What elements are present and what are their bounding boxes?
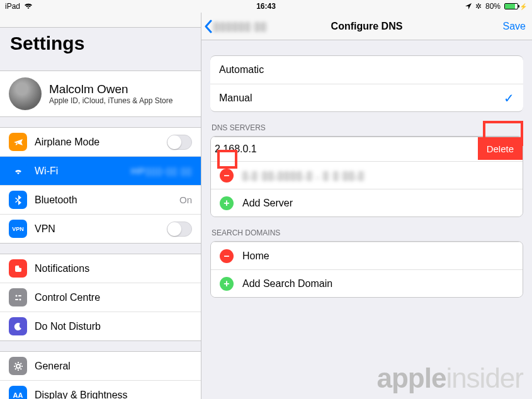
dns-servers-group: 2.168.0.1 Delete – ▯.▯ ▯▯.▯▯▯▯.▯ . ▯ ▯ ▯… [210, 136, 523, 217]
back-button[interactable]: ▯▯▯▯▯▯ ▯▯ [204, 20, 267, 33]
general-group: General AA Display & Brightness Wallpape… [0, 351, 201, 399]
control-centre-label: Control Centre [35, 292, 192, 303]
back-label: ▯▯▯▯▯▯ ▯▯ [213, 20, 267, 32]
add-server-label: Add Server [242, 198, 514, 209]
display-icon: AA [9, 386, 27, 399]
add-icon[interactable]: + [220, 196, 234, 210]
dnd-label: Do Not Disturb [35, 321, 192, 332]
search-domain-row[interactable]: – Home [211, 242, 523, 269]
avatar [9, 77, 42, 110]
chevron-left-icon [204, 20, 212, 33]
bluetooth-value: On [179, 194, 192, 205]
notifications-cell[interactable]: Notifications [0, 254, 201, 283]
notifications-icon [9, 259, 27, 278]
bluetooth-icon: ✲ [475, 2, 482, 11]
svg-point-2 [15, 295, 17, 296]
save-button[interactable]: Save [503, 21, 526, 32]
search-domains-header: SEARCH DOMAINS [201, 217, 532, 241]
airplane-toggle[interactable] [167, 135, 192, 150]
remove-icon[interactable]: – [220, 169, 234, 183]
vpn-cell[interactable]: VPN VPN [0, 214, 201, 243]
airplane-label: Airplane Mode [35, 137, 167, 148]
vpn-toggle[interactable] [167, 222, 192, 237]
battery-icon: ⚡ [504, 3, 527, 10]
manual-cell[interactable]: Manual ✓ [210, 84, 523, 111]
bluetooth-settings-icon [9, 191, 27, 209]
notifications-label: Notifications [35, 263, 192, 274]
dns-row-open[interactable]: 2.168.0.1 Delete [211, 137, 523, 161]
dns-mode-group: Automatic Manual ✓ [210, 55, 523, 112]
battery-label: 80% [485, 2, 501, 11]
airplane-mode-cell[interactable]: Airplane Mode [0, 128, 201, 156]
status-bar: iPad 16:43 ✲ 80% ⚡ [0, 0, 532, 13]
wifi-ssid: HP▯▯▯-▯▯ ▯▯ [131, 166, 192, 177]
general-cell[interactable]: General [0, 352, 201, 380]
vpn-label: VPN [35, 223, 167, 235]
dns-servers-header: DNS SERVERS [201, 112, 532, 136]
connectivity-group: Airplane Mode Wi-Fi HP▯▯▯-▯▯ ▯▯ Bluetoot… [0, 127, 201, 244]
bluetooth-label: Bluetooth [35, 194, 179, 206]
moon-icon [9, 317, 27, 335]
display-label: Display & Brightness [35, 390, 192, 400]
airplane-icon [9, 133, 27, 151]
dns-row[interactable]: – ▯.▯ ▯▯.▯▯▯▯.▯ . ▯ ▯ ▯▯.▯ [211, 161, 523, 189]
location-icon [465, 3, 472, 9]
profile-subtitle: Apple ID, iCloud, iTunes & App Store [49, 96, 173, 105]
add-server-cell[interactable]: + Add Server [211, 189, 523, 216]
general-label: General [35, 361, 192, 372]
add-icon[interactable]: + [220, 277, 234, 291]
delete-button[interactable]: Delete [478, 137, 523, 160]
profile-name: Malcolm Owen [49, 82, 173, 96]
svg-point-1 [19, 264, 23, 268]
dns-ip[interactable]: 2.168.0.1 [211, 137, 478, 161]
detail-navbar: ▯▯▯▯▯▯ ▯▯ Configure DNS Save [201, 13, 532, 40]
watermark-a: apple [376, 362, 446, 393]
time-label: 16:43 [256, 2, 276, 11]
search-domain-label: Home [242, 250, 514, 262]
add-search-domain-cell[interactable]: + Add Search Domain [211, 269, 523, 297]
detail-title: Configure DNS [331, 21, 403, 32]
watermark: appleinsider [376, 362, 523, 394]
configure-dns-panel: ▯▯▯▯▯▯ ▯▯ Configure DNS Save Automatic M… [201, 13, 532, 399]
settings-sidebar: Settings Malcolm Owen Apple ID, iCloud, … [0, 13, 201, 399]
manual-label: Manual [219, 93, 504, 104]
automatic-cell[interactable]: Automatic [210, 56, 523, 84]
display-cell[interactable]: AA Display & Brightness [0, 380, 201, 399]
check-icon: ✓ [504, 91, 514, 106]
control-centre-icon [9, 288, 27, 306]
wifi-label: Wi-Fi [35, 166, 131, 177]
svg-rect-5 [15, 299, 18, 300]
vpn-icon: VPN [9, 220, 27, 238]
apple-id-cell[interactable]: Malcolm Owen Apple ID, iCloud, iTunes & … [0, 70, 201, 117]
watermark-b: insider [446, 362, 523, 393]
automatic-label: Automatic [219, 64, 514, 76]
wifi-icon [24, 3, 33, 9]
svg-rect-3 [18, 295, 21, 296]
page-title: Settings [0, 28, 201, 63]
svg-point-6 [16, 364, 20, 368]
device-label: iPad [5, 2, 20, 11]
svg-point-4 [19, 298, 21, 300]
bluetooth-cell[interactable]: Bluetooth On [0, 185, 201, 214]
control-centre-cell[interactable]: Control Centre [0, 283, 201, 312]
dns-value-blurred: ▯.▯ ▯▯.▯▯▯▯.▯ . ▯ ▯ ▯▯.▯ [242, 169, 514, 181]
wifi-cell[interactable]: Wi-Fi HP▯▯▯-▯▯ ▯▯ [0, 156, 201, 185]
remove-icon[interactable]: – [220, 249, 234, 263]
search-domains-group: – Home + Add Search Domain [210, 241, 523, 298]
notifications-group: Notifications Control Centre Do Not Dist… [0, 254, 201, 341]
gear-icon [9, 357, 27, 375]
add-search-domain-label: Add Search Domain [242, 278, 514, 289]
wifi-settings-icon [9, 162, 27, 180]
dnd-cell[interactable]: Do Not Disturb [0, 312, 201, 340]
